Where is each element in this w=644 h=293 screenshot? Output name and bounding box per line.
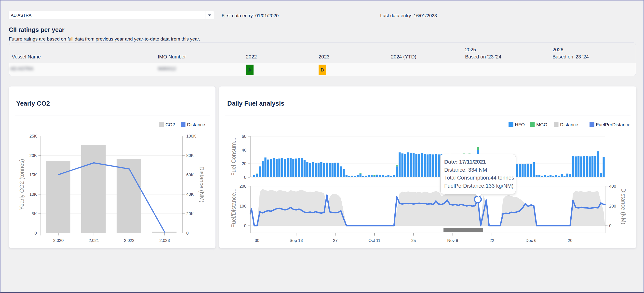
svg-text:Sep 13: Sep 13	[290, 238, 303, 243]
svg-text:60: 60	[242, 134, 246, 139]
svg-text:100K: 100K	[186, 134, 196, 139]
svg-text:40K: 40K	[186, 192, 194, 197]
svg-text:Fuel/Distance...: Fuel/Distance...	[230, 188, 237, 228]
svg-text:2,022: 2,022	[124, 238, 134, 243]
svg-text:Fuel Consum...: Fuel Consum...	[230, 138, 237, 176]
svg-text:FuelPerDistance: FuelPerDistance	[596, 122, 630, 127]
svg-text:27: 27	[333, 238, 338, 243]
svg-text:20K: 20K	[186, 211, 194, 216]
svg-text:0: 0	[244, 175, 246, 180]
svg-text:Nov 8: Nov 8	[447, 238, 458, 243]
svg-text:40: 40	[242, 148, 246, 153]
svg-text:60K: 60K	[186, 173, 194, 177]
svg-text:20K: 20K	[30, 153, 37, 158]
svg-text:0: 0	[34, 231, 37, 235]
svg-text:Oct 11: Oct 11	[368, 238, 380, 243]
svg-text:22: 22	[490, 238, 494, 243]
svg-text:20: 20	[568, 238, 572, 243]
svg-text:Distance (NM): Distance (NM)	[620, 188, 626, 224]
svg-text:HFO: HFO	[515, 122, 525, 127]
svg-text:400: 400	[609, 184, 616, 189]
svg-text:30: 30	[255, 238, 260, 243]
svg-text:2,020: 2,020	[53, 238, 64, 243]
svg-text:100: 100	[240, 204, 246, 208]
svg-text:25: 25	[411, 238, 416, 243]
svg-text:0: 0	[244, 223, 246, 228]
svg-text:80K: 80K	[186, 153, 194, 158]
svg-text:10K: 10K	[30, 192, 37, 197]
svg-text:200: 200	[609, 204, 616, 208]
svg-text:200: 200	[240, 184, 246, 189]
svg-text:2,023: 2,023	[159, 238, 170, 243]
svg-text:0: 0	[186, 231, 188, 235]
svg-text:25K: 25K	[30, 134, 37, 139]
svg-text:Yearly CO2 (tonnes): Yearly CO2 (tonnes)	[19, 159, 25, 210]
svg-text:20: 20	[242, 161, 246, 166]
svg-text:2,021: 2,021	[88, 238, 99, 243]
svg-text:MGO: MGO	[536, 122, 547, 127]
svg-text:0: 0	[609, 223, 611, 228]
svg-text:Distance (NM): Distance (NM)	[198, 166, 205, 203]
svg-text:15K: 15K	[30, 173, 37, 177]
svg-text:CO2: CO2	[166, 122, 175, 127]
svg-text:Dec 6: Dec 6	[526, 238, 536, 243]
svg-text:Distance: Distance	[187, 122, 205, 127]
svg-text:5K: 5K	[32, 211, 37, 216]
svg-text:Distance: Distance	[560, 122, 578, 127]
